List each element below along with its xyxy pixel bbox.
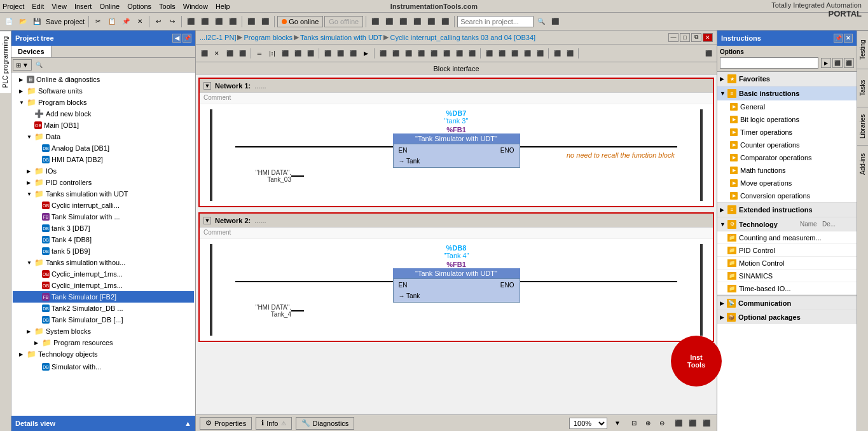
vtab-tasks[interactable]: Tasks — [857, 69, 868, 107]
bt6[interactable]: |↕| — [266, 48, 278, 59]
instr-pin-btn[interactable]: 📌 — [834, 34, 843, 43]
communication-header[interactable]: ▶ 📡 Communication — [717, 296, 857, 310]
instr-item-counter[interactable]: ▶ Counter operations — [717, 139, 857, 151]
bt2[interactable]: ✕ — [211, 48, 223, 59]
tree-item-tank-simulator-udt[interactable]: FB Tank Simulator with ... — [13, 211, 194, 222]
options-icon2[interactable]: ⬛ — [832, 58, 843, 68]
bt27[interactable]: ⬛ — [551, 48, 563, 59]
breadcrumb-part1[interactable]: ...I2C-1 PN] — [200, 34, 236, 41]
menu-insert[interactable]: Insert — [74, 3, 92, 10]
tech-item-timebased[interactable]: 📁 Time-based IO... — [717, 282, 857, 295]
panel-btn1[interactable]: ⬛ — [672, 417, 685, 430]
redo-btn[interactable]: ↪ — [166, 15, 179, 28]
extended-header[interactable]: ▶ ≡ Extended instructions — [717, 203, 857, 217]
tree-arrow[interactable]: ▼ — [19, 100, 27, 106]
bt8[interactable]: ⬛ — [292, 48, 303, 59]
zoom-in-btn[interactable]: ⊕ — [642, 417, 654, 430]
tech-item-motion[interactable]: 📁 Motion Control — [717, 257, 857, 270]
zoom-list-btn[interactable]: ▼ — [611, 417, 624, 430]
menu-view[interactable]: View — [52, 3, 67, 10]
tech-item-pid[interactable]: 📁 PID Control — [717, 244, 857, 257]
tree-item-cyclic1ms-1[interactable]: OB Cyclic_interrupt_1ms... — [13, 268, 194, 280]
tree-arrow[interactable]: ▼ — [27, 260, 34, 266]
tree-arrow[interactable]: ▶ — [27, 180, 34, 186]
bt22[interactable]: ⬛ — [483, 48, 495, 59]
bt16[interactable]: ⬛ — [403, 48, 414, 59]
tree-item-system-blocks[interactable]: ▶ 📁 System blocks — [13, 325, 194, 337]
bt5[interactable]: ═ — [254, 48, 265, 59]
properties-btn[interactable]: ⚙ Properties — [200, 417, 252, 430]
bt11[interactable]: ⬛ — [334, 48, 346, 59]
bt26[interactable]: ⬛ — [534, 48, 546, 59]
info-btn[interactable]: ℹ Info ⚠ — [256, 417, 291, 430]
delete-btn[interactable]: ✕ — [134, 15, 146, 28]
save-label[interactable]: Save project — [46, 18, 85, 25]
bt14[interactable]: ⬛ — [377, 48, 389, 59]
restore-btn[interactable]: □ — [680, 33, 690, 42]
undo-btn[interactable]: ↩ — [152, 15, 165, 28]
bt1[interactable]: ⬛ — [198, 48, 210, 59]
tree-item-cyclic-interrupt[interactable]: OB Cyclic interrupt_calli... — [13, 200, 194, 211]
tb-btn6[interactable]: ⬛ — [259, 15, 272, 28]
tb-extra[interactable]: ⬛ — [549, 15, 561, 28]
breadcrumb-part3[interactable]: Tanks simulation with UDT — [300, 34, 383, 41]
vtab-plc-programming[interactable]: PLC programming — [0, 31, 11, 93]
tree-item-tank-simulator-fb2[interactable]: FB Tank Simulator [FB2] — [13, 291, 194, 303]
go-online-button[interactable]: Go online — [277, 16, 323, 27]
zoom-fit-btn[interactable]: ⊡ — [628, 417, 640, 430]
menu-options[interactable]: Options — [127, 3, 151, 10]
menu-window[interactable]: Window — [183, 3, 208, 10]
vtab-addins[interactable]: Add-ins — [857, 145, 868, 183]
tree-item-tank3[interactable]: DB tank 3 [DB7] — [13, 222, 194, 234]
bt4[interactable]: ⬛ — [237, 48, 248, 59]
tree-item-hmi-data[interactable]: DB HMI DATA [DB2] — [13, 154, 194, 165]
instr-item-comparator[interactable]: ▶ Comparator operations — [717, 151, 857, 164]
paste-btn[interactable]: 📌 — [120, 15, 132, 28]
tb-btn5[interactable]: ⬛ — [245, 15, 258, 28]
tree-item-program-resources[interactable]: ▶ 📁 Program resources — [13, 337, 194, 348]
tree-arrow[interactable]: ▼ — [27, 191, 34, 197]
menu-help[interactable]: Help — [216, 3, 230, 10]
tb-btn2[interactable]: ⬛ — [198, 15, 211, 28]
tree-item-main-ob1[interactable]: OB Main [OB1] — [13, 120, 194, 131]
tree-item-data[interactable]: ▼ 📁 Data — [13, 131, 194, 142]
tree-item-tanks-without[interactable]: ▼ 📁 Tanks simulation withou... — [13, 257, 194, 268]
sidebar-view-btn[interactable]: ⊞ ▼ — [13, 59, 32, 71]
open-btn[interactable]: 📂 — [17, 15, 29, 28]
vtab-testing[interactable]: Testing — [857, 31, 868, 69]
tree-item-simulator-with[interactable]: DB Simulator with... — [13, 361, 194, 373]
basic-header[interactable]: ▼ ≡ Basic instructions — [717, 86, 857, 100]
options-icon1[interactable]: ▶ — [821, 58, 831, 68]
tree-item-cyclic1ms-2[interactable]: OB Cyclic_interrupt_1ms... — [13, 280, 194, 291]
bt23[interactable]: ⬛ — [496, 48, 507, 59]
menu-tools[interactable]: Tools — [159, 3, 176, 10]
breadcrumb-part4[interactable]: Cyclic interrupt_calling tanks 03 and 04… — [390, 34, 535, 41]
zoom-select[interactable]: 100% 75% 50% 125% 150% — [569, 418, 607, 429]
tree-arrow[interactable]: ▶ — [19, 88, 27, 94]
bt13[interactable]: ▶ — [360, 48, 371, 59]
instr-close-btn[interactable]: ✕ — [844, 34, 853, 43]
bt25[interactable]: ⬛ — [521, 48, 533, 59]
instr-item-move[interactable]: ▶ Move operations — [717, 177, 857, 189]
bt17[interactable]: ⬛ — [415, 48, 427, 59]
bt12[interactable]: ⬛ — [347, 48, 359, 59]
tree-arrow[interactable]: ▶ — [27, 329, 34, 334]
tree-search-btn[interactable]: 🔍 — [33, 59, 46, 71]
menu-online[interactable]: Online — [99, 3, 120, 10]
zoom-out-btn[interactable]: ⊖ — [656, 417, 668, 430]
technology-header[interactable]: ▼ ⚙ Technology Name De... — [717, 217, 857, 231]
bt18[interactable]: ⬛ — [428, 48, 439, 59]
tree-item-online-diagnostics[interactable]: ▶ 🖥 Online & diagnostics — [13, 74, 194, 85]
vtab-libraries[interactable]: Libraries — [857, 107, 868, 145]
devices-tab[interactable]: Devices — [11, 46, 52, 57]
tree-item-analog-data[interactable]: DB Analog Data [DB1] — [13, 142, 194, 154]
tree-arrow[interactable]: ▶ — [27, 168, 34, 174]
tech-item-counting[interactable]: 📁 Counting and measurem... — [717, 231, 857, 244]
details-view-toggle[interactable]: Details view ▲ — [11, 416, 195, 431]
favorites-header[interactable]: ▶ ★ Favorites — [717, 72, 857, 86]
menu-project[interactable]: Project — [3, 3, 24, 10]
tree-item-ios[interactable]: ▶ 📁 IOs — [13, 165, 194, 177]
instr-item-conversion[interactable]: ▶ Conversion operations — [717, 189, 857, 202]
tb-btn4[interactable]: ⬛ — [226, 15, 239, 28]
go-offline-button[interactable]: Go offline — [324, 16, 363, 27]
